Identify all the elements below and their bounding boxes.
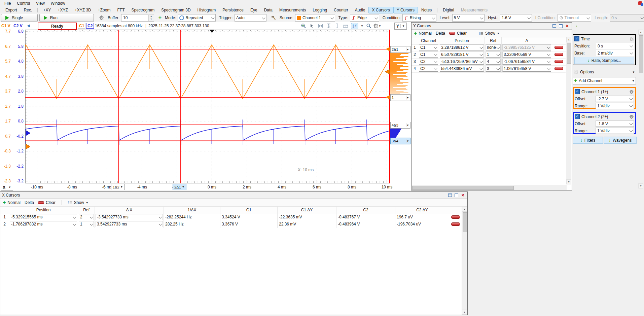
channel2-offset-select[interactable]: -1.8 V: [596, 120, 634, 127]
length-select[interactable]: 0 s: [610, 14, 644, 22]
remove-cursor-button[interactable]: [554, 46, 563, 49]
wavegens-button[interactable]: ↓Wavegens: [604, 137, 637, 144]
add-channel-button[interactable]: + Add Channel ▼: [573, 77, 636, 84]
tab-eye[interactable]: Eye: [247, 7, 261, 13]
mode-select[interactable]: Repeated: [178, 14, 216, 22]
channel1-offset-select[interactable]: -2.7 V: [596, 96, 634, 102]
delta-select[interactable]: 1.067615658 V: [502, 66, 551, 72]
channel-select[interactable]: C2: [419, 59, 438, 65]
maximize-window-icon[interactable]: [454, 193, 459, 198]
channel-select[interactable]: C2: [419, 66, 438, 72]
tab-export[interactable]: Export: [2, 7, 21, 13]
add-delta-cursor-button[interactable]: Delta: [436, 31, 445, 36]
channel2-range-select[interactable]: 1 V/div: [596, 128, 634, 134]
channel-select[interactable]: C1: [419, 51, 438, 58]
quad-view-button[interactable]: 1 23 4: [351, 23, 358, 29]
c1-status-chip[interactable]: C1: [78, 23, 85, 29]
fit-vertical-icon[interactable]: [326, 23, 332, 29]
ref-select[interactable]: none: [486, 44, 501, 50]
level-select[interactable]: 5 V: [452, 14, 485, 22]
x-axis-button[interactable]: X ▼: [1, 184, 13, 191]
time-checkbox[interactable]: ✓: [574, 36, 579, 41]
delta-select[interactable]: -1.0676156584 V: [502, 59, 551, 65]
x-cursors-vertical-scrollbar[interactable]: ▲ ▼: [462, 207, 467, 315]
position-select[interactable]: 554.4483986 mV: [440, 66, 484, 72]
remove-cursor-button[interactable]: [451, 215, 460, 219]
show-columns-button[interactable]: Show▼: [479, 31, 500, 36]
x-cursor-marker-2d1[interactable]: 2Δ1▼: [173, 184, 186, 190]
remove-cursor-button[interactable]: [554, 67, 563, 70]
measure-cursor-icon[interactable]: [334, 23, 340, 29]
plot-settings-gear-icon[interactable]: ▼: [374, 23, 380, 29]
tab-measurements[interactable]: Measurements: [458, 7, 491, 13]
y-cursor-marker-4d3[interactable]: 4Δ3▼: [390, 122, 410, 129]
x-cursor-marker-1d2[interactable]: 1Δ2▼: [111, 184, 125, 190]
ref-select[interactable]: 1: [79, 221, 94, 227]
tab-spectrogram-3d[interactable]: Spectrogram 3D: [158, 7, 194, 13]
tab-notes[interactable]: Notes: [418, 7, 435, 13]
remove-cursor-button[interactable]: [554, 60, 563, 63]
channel-select[interactable]: C1: [419, 44, 438, 50]
delta-select[interactable]: 3.220640569 V: [502, 51, 551, 58]
show-columns-button[interactable]: Show▼: [68, 200, 88, 205]
zoom-in-icon[interactable]: [300, 23, 307, 29]
y-cursor-marker-1[interactable]: 1▼: [390, 94, 410, 101]
tab-spectrogram[interactable]: Spectrogram: [128, 7, 158, 13]
tab-data[interactable]: Data: [261, 7, 276, 13]
waveform-plot[interactable]: [25, 30, 390, 183]
add-delta-cursor-button[interactable]: Delta: [25, 200, 34, 205]
tab-audio[interactable]: Audio: [352, 7, 369, 13]
tab-xy[interactable]: +XY: [40, 7, 54, 13]
ref-select[interactable]: 1: [486, 51, 501, 58]
run-button[interactable]: Run: [39, 14, 94, 22]
maximize-window-icon[interactable]: [558, 24, 564, 28]
delta-x-select[interactable]: 3.542927733 ms: [96, 221, 163, 227]
channel1-gear-icon[interactable]: [629, 90, 634, 94]
tab-rec[interactable]: Rec.: [21, 7, 36, 13]
tab-x-cursors[interactable]: X Cursors: [368, 7, 393, 13]
channel2-checkbox[interactable]: ✓: [575, 114, 580, 119]
menu-window[interactable]: Window: [48, 0, 68, 6]
ref-select[interactable]: 4: [486, 59, 501, 65]
tab-xyz-3d[interactable]: +XYZ 3D: [71, 7, 95, 13]
delta-x-select[interactable]: -3.542927733 ms: [96, 214, 163, 220]
tab-xyz[interactable]: +XYZ: [54, 7, 71, 13]
source-select[interactable]: Channel 1: [295, 14, 335, 22]
ref-select[interactable]: 3: [486, 66, 501, 72]
delta-select[interactable]: -3.3985765125 V: [502, 44, 551, 50]
time-base-select[interactable]: 2 ms/div: [596, 50, 634, 56]
close-icon[interactable]: ×: [564, 24, 570, 28]
position-select[interactable]: -1.786287832 ms: [10, 221, 77, 227]
clear-cursors-button[interactable]: Clear: [449, 31, 467, 36]
y-axis-button[interactable]: Y ▼: [394, 23, 407, 30]
tab-zoom[interactable]: +Zoom: [95, 7, 114, 13]
hysteresis-select[interactable]: 1.6 V: [500, 14, 532, 22]
ref-select[interactable]: 2: [79, 214, 94, 220]
float-window-icon[interactable]: [447, 193, 453, 198]
menu-file[interactable]: File: [1, 0, 14, 6]
filters-button[interactable]: ↓Filters: [573, 137, 603, 144]
channel2-gear-icon[interactable]: [629, 114, 634, 119]
buffer-spinner[interactable]: 10 ▲▼: [121, 14, 154, 22]
tab-logging[interactable]: Logging: [309, 7, 330, 13]
add-normal-cursor-button[interactable]: +Normal: [3, 200, 21, 205]
c2-status-chip[interactable]: C2: [86, 23, 94, 29]
y-cursors-titlebar[interactable]: Y Cursors ×: [412, 23, 572, 30]
y-cursors-horizontal-scrollbar[interactable]: [412, 185, 567, 190]
options-row[interactable]: Options ▼: [573, 69, 636, 75]
close-icon[interactable]: ×: [460, 193, 466, 198]
condition-select[interactable]: Rising: [402, 14, 436, 22]
single-button[interactable]: Single: [1, 14, 38, 22]
magnifier-icon[interactable]: [366, 23, 372, 29]
time-gear-icon[interactable]: [630, 37, 634, 41]
type-select[interactable]: Edge: [350, 14, 379, 22]
config-panel-scrollbar[interactable]: ▲ ▼: [638, 30, 643, 188]
y-cursor-marker-2d1[interactable]: 2Δ1▼: [390, 46, 410, 53]
add-normal-cursor-button[interactable]: +Normal: [414, 31, 432, 36]
tab-y-cursors[interactable]: Y Cursors: [393, 7, 418, 13]
tab-measurements[interactable]: Measurements: [276, 7, 309, 13]
tab-counter[interactable]: Counter: [330, 7, 352, 13]
x-cursors-titlebar[interactable]: X Cursors ×: [0, 192, 467, 199]
menu-view[interactable]: View: [33, 0, 48, 6]
pointer-icon[interactable]: [309, 23, 315, 29]
